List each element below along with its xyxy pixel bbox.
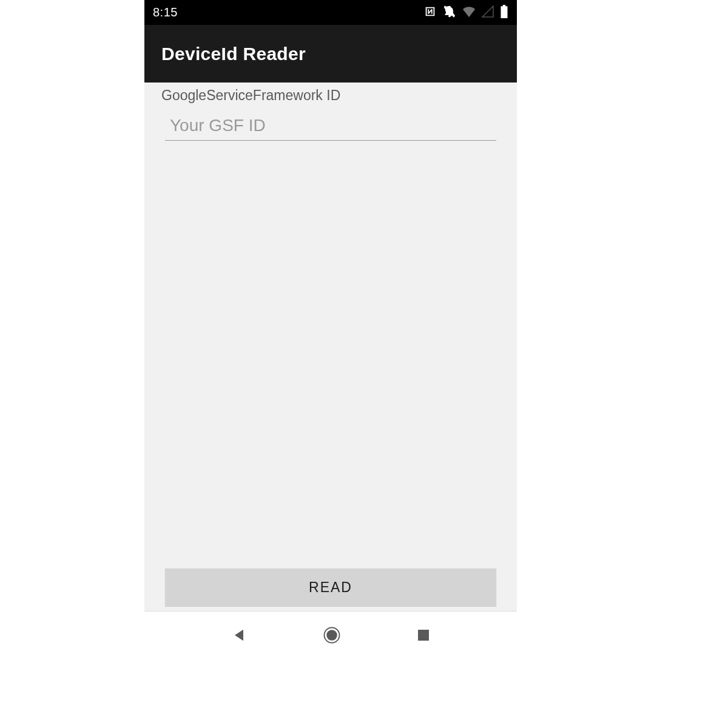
- app-title: DeviceId Reader: [161, 44, 306, 64]
- phone-screen: 8:15 DeviceId Reader GoogleServiceFramew…: [144, 0, 517, 661]
- back-icon[interactable]: [231, 627, 248, 646]
- gsf-input[interactable]: [165, 113, 496, 141]
- cell-signal-icon: [482, 5, 494, 20]
- app-bar: DeviceId Reader: [144, 25, 517, 83]
- nfc-icon: [423, 5, 437, 21]
- battery-icon: [500, 5, 508, 21]
- mute-icon: [443, 5, 456, 21]
- navigation-bar: [144, 612, 517, 661]
- gsf-field-label: GoogleServiceFramework ID: [161, 87, 500, 104]
- home-icon[interactable]: [323, 626, 341, 647]
- status-bar: 8:15: [144, 0, 517, 25]
- svg-point-2: [326, 630, 337, 641]
- content-area: GoogleServiceFramework ID READ: [144, 83, 517, 612]
- recent-apps-icon[interactable]: [416, 628, 431, 645]
- read-button[interactable]: READ: [165, 568, 496, 606]
- status-icons: [423, 5, 508, 21]
- svg-rect-3: [418, 630, 429, 641]
- wifi-icon: [462, 5, 476, 20]
- status-time: 8:15: [153, 5, 178, 19]
